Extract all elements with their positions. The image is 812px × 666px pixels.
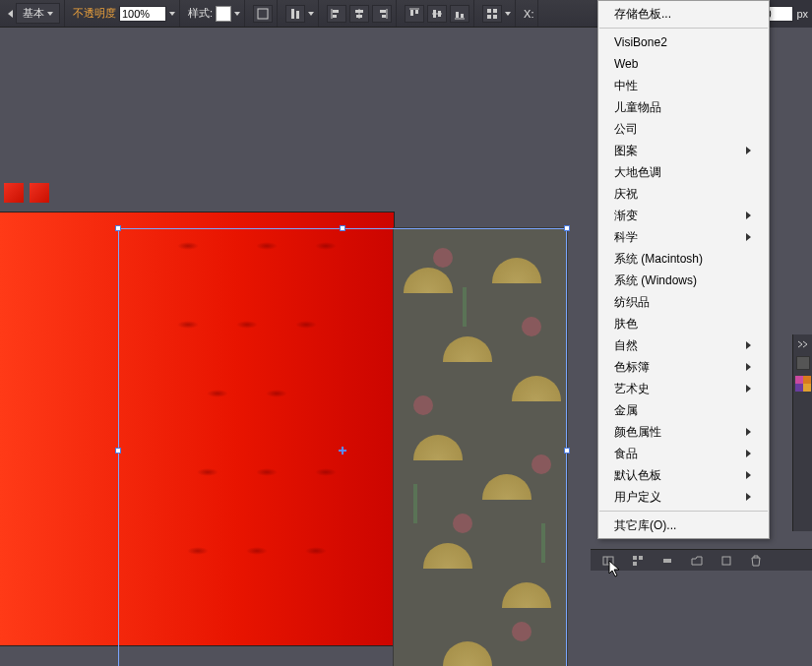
align-right-icon[interactable] xyxy=(372,5,392,23)
expand-panels-icon[interactable] xyxy=(795,338,811,350)
menu-item[interactable]: 金属 xyxy=(598,399,769,421)
menu-item[interactable]: 儿童物品 xyxy=(598,96,769,118)
svg-rect-13 xyxy=(410,10,413,16)
svg-rect-28 xyxy=(639,556,643,560)
menu-item[interactable]: 存储色板... xyxy=(598,3,769,25)
align-vcenter-icon[interactable] xyxy=(427,5,447,23)
menu-item[interactable]: 公司 xyxy=(598,118,769,140)
svg-rect-1 xyxy=(291,9,294,19)
align-left-icon[interactable] xyxy=(327,5,346,23)
menu-item[interactable]: Web xyxy=(598,53,769,75)
svg-rect-29 xyxy=(633,562,637,566)
menu-item[interactable]: 渐变 xyxy=(598,205,769,226)
svg-rect-10 xyxy=(380,10,386,13)
menu-item[interactable]: 食品 xyxy=(598,443,769,464)
menu-separator xyxy=(599,28,768,29)
menu-item[interactable]: 默认色板 xyxy=(598,464,769,486)
swatch-library-menu: 存储色板...VisiBone2Web中性儿童物品公司图案大地色调庆祝渐变科学系… xyxy=(597,0,770,539)
menu-item[interactable]: 庆祝 xyxy=(598,183,769,205)
transform-icon[interactable] xyxy=(482,5,502,23)
submenu-arrow-icon xyxy=(746,147,751,154)
menu-item-label: 图案 xyxy=(614,143,638,158)
caret-down-icon[interactable] xyxy=(169,12,175,16)
swatches-panel-icon[interactable] xyxy=(795,376,811,392)
menu-item[interactable]: 色标簿 xyxy=(598,356,769,378)
menu-item-label: 其它库(O)... xyxy=(614,517,676,533)
svg-rect-11 xyxy=(382,15,386,18)
svg-rect-17 xyxy=(438,11,441,17)
menu-item-label: 渐变 xyxy=(614,208,638,223)
menu-item[interactable]: 肤色 xyxy=(598,313,769,334)
menu-item[interactable]: 纺织品 xyxy=(598,291,769,313)
x-label: X: xyxy=(524,8,533,20)
chevron-left-icon xyxy=(8,10,13,18)
svg-rect-14 xyxy=(415,10,418,14)
align-top-icon[interactable] xyxy=(405,5,424,23)
menu-item-label: 系统 (Macintosh) xyxy=(614,251,703,267)
align-bottom-icon[interactable] xyxy=(450,5,469,23)
menu-item[interactable]: VisiBone2 xyxy=(598,31,769,53)
red-artwork[interactable] xyxy=(0,212,394,645)
caret-down-icon[interactable] xyxy=(505,12,511,16)
menu-item-label: 公司 xyxy=(614,121,638,137)
show-swatch-kinds-icon[interactable] xyxy=(630,553,646,569)
menu-item-label: 颜色属性 xyxy=(614,424,661,440)
opacity-input[interactable] xyxy=(119,6,166,22)
submenu-arrow-icon xyxy=(746,363,751,371)
menu-item[interactable]: 艺术史 xyxy=(598,378,769,399)
menu-item[interactable]: 大地色调 xyxy=(598,161,769,183)
menu-separator xyxy=(599,511,768,512)
caret-down-icon xyxy=(47,12,53,16)
panel-tab-icon[interactable] xyxy=(796,356,810,370)
submenu-arrow-icon xyxy=(746,233,751,241)
menu-item[interactable]: 图案 xyxy=(598,140,769,161)
menu-item-label: 食品 xyxy=(614,446,638,461)
basic-label: 基本 xyxy=(23,6,44,21)
svg-rect-23 xyxy=(487,15,491,19)
svg-rect-22 xyxy=(493,9,497,13)
menu-item-label: 金属 xyxy=(614,402,638,418)
cursor-icon xyxy=(608,560,622,577)
basic-dropdown[interactable]: 基本 xyxy=(16,3,60,24)
svg-rect-31 xyxy=(722,557,730,565)
svg-rect-24 xyxy=(493,15,497,19)
align-hcenter-icon[interactable] xyxy=(349,5,369,23)
menu-item[interactable]: 科学 xyxy=(598,226,769,248)
menu-item-label: 肤色 xyxy=(614,316,638,332)
svg-rect-19 xyxy=(456,12,459,18)
svg-rect-27 xyxy=(633,556,637,560)
menu-item-label: 科学 xyxy=(614,229,638,245)
history-swatch[interactable] xyxy=(4,183,24,203)
menu-item-label: 纺织品 xyxy=(614,294,650,310)
menu-item[interactable]: 用户定义 xyxy=(598,486,769,508)
history-swatch[interactable] xyxy=(30,183,49,203)
swatch-options-icon[interactable] xyxy=(659,553,675,569)
svg-rect-4 xyxy=(333,10,339,13)
new-group-icon[interactable] xyxy=(689,553,705,569)
menu-item[interactable]: 自然 xyxy=(598,334,769,356)
menu-item[interactable]: 系统 (Macintosh) xyxy=(598,248,769,270)
svg-rect-16 xyxy=(433,10,436,18)
svg-rect-20 xyxy=(461,14,464,18)
style-swatch-button[interactable] xyxy=(216,6,231,22)
menu-item[interactable]: 中性 xyxy=(598,75,769,96)
caret-down-icon[interactable] xyxy=(308,12,314,16)
svg-rect-5 xyxy=(333,15,337,18)
submenu-arrow-icon xyxy=(746,385,751,393)
menu-item[interactable]: 系统 (Windows) xyxy=(598,270,769,291)
document-setup-icon[interactable] xyxy=(253,5,273,23)
caret-down-icon[interactable] xyxy=(234,12,240,16)
menu-item[interactable]: 颜色属性 xyxy=(598,421,769,443)
new-swatch-icon[interactable] xyxy=(718,553,734,569)
menu-item-label: 儿童物品 xyxy=(614,99,661,115)
menu-item-label: 存储色板... xyxy=(614,6,671,22)
fan-pattern-artwork[interactable] xyxy=(394,228,567,666)
align-icon[interactable] xyxy=(285,5,305,23)
menu-item[interactable]: 其它库(O)... xyxy=(598,515,769,536)
submenu-arrow-icon xyxy=(746,493,751,501)
delete-swatch-icon[interactable] xyxy=(748,553,764,569)
menu-item-label: 艺术史 xyxy=(614,381,650,396)
menu-item-label: Web xyxy=(614,56,638,72)
menu-item-label: 中性 xyxy=(614,78,638,93)
submenu-arrow-icon xyxy=(746,471,751,479)
